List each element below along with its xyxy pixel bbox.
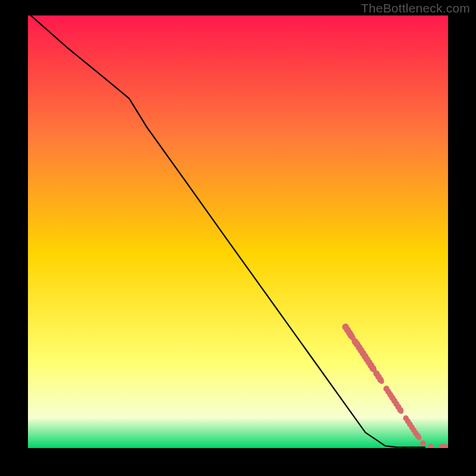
attribution-text: TheBottleneck.com (361, 1, 470, 15)
chart-plot-area (28, 15, 448, 448)
chart-marker (416, 435, 421, 440)
chart-background-gradient (28, 15, 448, 448)
chart-svg (28, 15, 448, 448)
chart-marker (399, 409, 403, 414)
chart-marker (420, 440, 426, 446)
chart-marker (379, 379, 384, 384)
